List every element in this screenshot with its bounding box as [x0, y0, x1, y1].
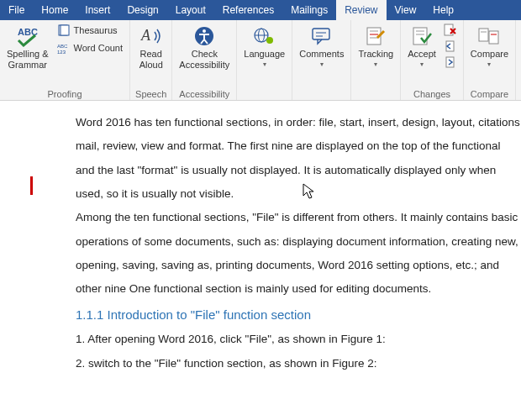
svg-rect-26: [489, 31, 498, 44]
ribbon-tabs: File Home Insert Design Layout Reference…: [0, 0, 521, 20]
tracking-button[interactable]: Tracking ▾: [356, 23, 395, 68]
next-change-button[interactable]: [443, 55, 458, 70]
tab-layout[interactable]: Layout: [167, 0, 214, 20]
document-body[interactable]: Word 2016 has ten functional sections, i…: [0, 101, 521, 375]
body-text: opening, saving, saving as, printing doc…: [76, 254, 521, 277]
chevron-down-icon: ▾: [487, 60, 491, 68]
chevron-down-icon: ▾: [320, 60, 324, 68]
group-label-speech: Speech: [135, 87, 166, 100]
tab-home[interactable]: Home: [33, 0, 76, 20]
chevron-down-icon: ▾: [263, 60, 266, 68]
compare-icon: [476, 24, 503, 48]
group-label-changes: Changes: [406, 87, 458, 100]
thesaurus-label: Thesaurus: [74, 25, 118, 35]
check-accessibility-label: Check Accessibility: [179, 49, 229, 70]
language-button[interactable]: Language ▾: [242, 23, 287, 68]
read-aloud-label: Read Aloud: [139, 49, 163, 70]
group-tracking: Tracking ▾: [351, 20, 401, 100]
tab-help[interactable]: Help: [424, 0, 462, 20]
comments-label: Comments: [299, 49, 344, 60]
language-icon: [251, 24, 278, 48]
group-accessibility: Check Accessibility Accessibility: [172, 20, 237, 100]
group-comments: Comments ▾: [292, 20, 351, 100]
tab-review[interactable]: Review: [336, 0, 386, 20]
body-text: operations of some documents, such as: d…: [76, 230, 521, 254]
body-text: 2. switch to the "File" function section…: [76, 352, 521, 375]
spelling-icon: ABC: [14, 24, 41, 48]
svg-rect-25: [479, 29, 488, 41]
svg-rect-12: [313, 29, 329, 39]
word-count-button[interactable]: ABC123 Word Count: [55, 40, 125, 55]
group-label-proofing: Proofing: [5, 87, 124, 100]
word-count-label: Word Count: [74, 43, 124, 53]
tab-insert[interactable]: Insert: [76, 0, 118, 20]
svg-text:A: A: [140, 27, 151, 44]
group-label-comments: [297, 97, 345, 100]
tab-file[interactable]: File: [0, 0, 33, 20]
compare-label: Compare: [471, 49, 508, 60]
thesaurus-button[interactable]: Thesaurus: [55, 23, 125, 38]
svg-text:ABC: ABC: [57, 44, 68, 49]
tracking-label: Tracking: [358, 49, 393, 60]
svg-point-7: [203, 29, 206, 33]
body-text: other nine One functional section is mai…: [76, 277, 521, 301]
tracking-icon: [362, 24, 389, 48]
group-label-tracking: [356, 97, 395, 100]
group-speech: A Read Aloud Speech: [130, 20, 172, 100]
tab-references[interactable]: References: [214, 0, 282, 20]
group-label-compare: Compare: [469, 87, 510, 100]
chevron-down-icon: ▾: [374, 60, 377, 68]
chevron-down-icon: ▾: [420, 60, 424, 68]
group-language: Language ▾: [237, 20, 292, 100]
svg-point-11: [266, 37, 273, 44]
svg-rect-2: [61, 25, 69, 35]
comments-button[interactable]: Comments ▾: [297, 23, 345, 68]
tab-mailings[interactable]: Mailings: [282, 0, 336, 20]
word-count-icon: ABC123: [57, 41, 71, 55]
body-text: mail, review, view and format. The first…: [76, 134, 521, 158]
spelling-grammar-button[interactable]: ABC Spelling & Grammar: [5, 23, 50, 70]
read-aloud-button[interactable]: A Read Aloud: [136, 23, 166, 70]
group-changes: Accept ▾ Changes: [401, 20, 464, 100]
comments-icon: [308, 24, 335, 48]
accept-label: Accept: [408, 49, 436, 60]
language-label: Language: [244, 49, 285, 60]
spelling-label: Spelling & Grammar: [7, 49, 49, 70]
body-text: Among the ten functional sections, "File…: [76, 206, 521, 229]
tab-view[interactable]: View: [387, 0, 425, 20]
body-text: and the last "format" is usually not dis…: [76, 159, 521, 182]
thesaurus-icon: [57, 24, 71, 37]
group-proofing: ABC Spelling & Grammar Thesaurus ABC123 …: [0, 20, 130, 100]
body-text: Word 2016 has ten functional sections, i…: [76, 111, 521, 134]
svg-text:123: 123: [57, 50, 66, 54]
compare-button[interactable]: Compare ▾: [469, 23, 510, 68]
group-label-accessibility: Accessibility: [177, 87, 231, 100]
accept-button[interactable]: Accept ▾: [406, 23, 438, 68]
reject-button[interactable]: [443, 23, 458, 38]
accessibility-icon: [191, 24, 218, 48]
check-accessibility-button[interactable]: Check Accessibility: [177, 23, 231, 70]
heading: 1.1.1 Introduction to "File" function se…: [76, 302, 521, 328]
group-compare: Compare ▾ Compare: [464, 20, 516, 100]
accept-icon: [408, 24, 435, 48]
tab-design[interactable]: Design: [118, 0, 166, 20]
group-label-language: [242, 97, 287, 100]
revision-mark: [30, 176, 33, 195]
body-text: 1. After opening Word 2016, click "File"…: [76, 328, 521, 351]
read-aloud-icon: A: [138, 24, 165, 48]
previous-change-button[interactable]: [443, 39, 458, 54]
ribbon: ABC Spelling & Grammar Thesaurus ABC123 …: [0, 20, 521, 101]
body-text: used, so it is usually not visible.: [76, 182, 521, 206]
